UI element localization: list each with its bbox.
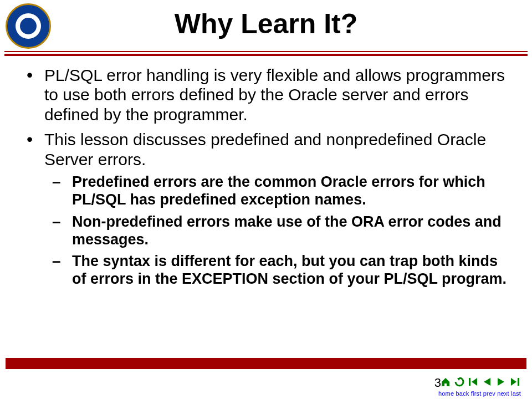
slide: Why Learn It? PL/SQL error handling is v… — [0, 0, 532, 399]
nav-controls — [439, 376, 521, 388]
last-button[interactable] — [509, 376, 521, 388]
bullet-text: This lesson discusses predefined and non… — [44, 130, 486, 168]
last-icon — [509, 376, 520, 387]
page-title: Why Learn It? — [0, 8, 532, 40]
divider-thick — [4, 54, 528, 56]
home-icon — [440, 376, 451, 387]
nav-labels-text: home back first prev next last — [438, 390, 521, 397]
prev-button[interactable] — [481, 376, 493, 388]
back-button[interactable] — [453, 376, 466, 388]
first-icon — [468, 376, 479, 387]
svg-rect-0 — [469, 378, 470, 386]
svg-rect-1 — [518, 378, 519, 386]
header-divider — [4, 51, 528, 56]
back-icon — [454, 376, 465, 387]
sub-bullet-item: The syntax is different for each, but yo… — [69, 253, 514, 288]
next-icon — [495, 376, 507, 387]
home-button[interactable] — [439, 376, 452, 388]
sub-bullet-item: Predefined errors are the common Oracle … — [69, 173, 514, 209]
slide-body: PL/SQL error handling is very flexible a… — [23, 65, 514, 294]
first-button[interactable] — [467, 376, 479, 388]
next-button[interactable] — [495, 376, 507, 388]
sub-bullet-item: Non-predefined errors make use of the OR… — [69, 213, 514, 249]
footer-bar — [6, 358, 526, 369]
bullet-item: This lesson discusses predefined and non… — [41, 130, 514, 288]
divider-thin — [4, 51, 528, 52]
prev-icon — [482, 376, 493, 387]
bullet-item: PL/SQL error handling is very flexible a… — [41, 65, 514, 124]
